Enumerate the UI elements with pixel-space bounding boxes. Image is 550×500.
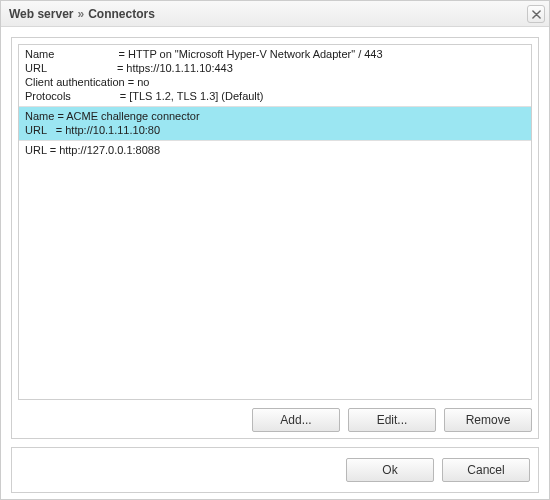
connector-entry[interactable]: URL = http://127.0.0.1:8088 xyxy=(19,141,531,160)
close-button[interactable] xyxy=(527,5,545,23)
breadcrumb-current: Connectors xyxy=(88,7,155,21)
cancel-button[interactable]: Cancel xyxy=(442,458,530,482)
titlebar: Web server » Connectors xyxy=(1,1,549,27)
add-button[interactable]: Add... xyxy=(252,408,340,432)
edit-button[interactable]: Edit... xyxy=(348,408,436,432)
ok-button[interactable]: Ok xyxy=(346,458,434,482)
list-button-row: Add... Edit... Remove xyxy=(18,400,532,432)
connectors-list[interactable]: Name = HTTP on "Microsoft Hyper-V Networ… xyxy=(18,44,532,400)
connector-entry[interactable]: Name = ACME challenge connector URL = ht… xyxy=(19,107,531,141)
breadcrumb-separator: » xyxy=(77,7,84,21)
connector-entry[interactable]: Name = HTTP on "Microsoft Hyper-V Networ… xyxy=(19,45,531,107)
remove-button[interactable]: Remove xyxy=(444,408,532,432)
close-icon xyxy=(532,10,541,19)
connectors-panel: Name = HTTP on "Microsoft Hyper-V Networ… xyxy=(11,37,539,439)
breadcrumb-root: Web server xyxy=(9,7,73,21)
dialog-body: Name = HTTP on "Microsoft Hyper-V Networ… xyxy=(1,27,549,499)
connectors-dialog: Web server » Connectors Name = HTTP on "… xyxy=(0,0,550,500)
dialog-footer: Ok Cancel xyxy=(11,447,539,493)
